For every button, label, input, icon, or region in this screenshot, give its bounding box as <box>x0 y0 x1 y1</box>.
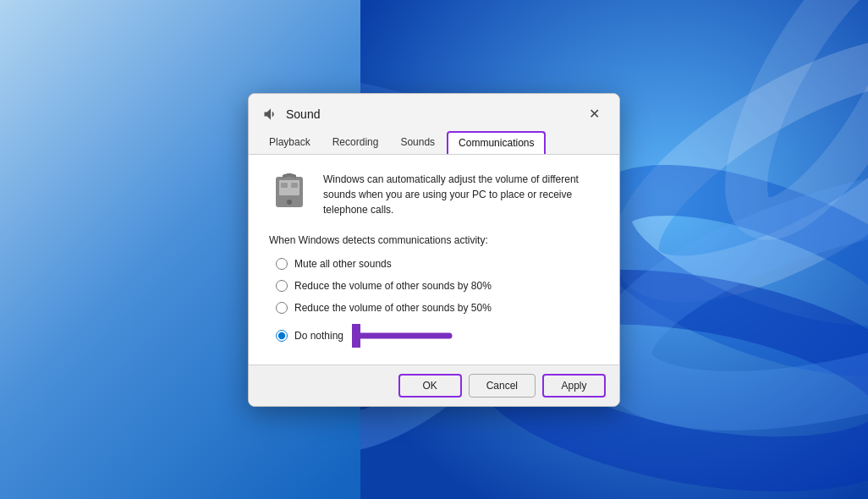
radio-item-reduce80[interactable]: Reduce the volume of other sounds by 80% <box>276 280 599 292</box>
dialog-body: Windows can automatically adjust the vol… <box>249 155 619 365</box>
tabs-bar: Playback Recording Sounds Communications <box>249 126 619 155</box>
tab-recording[interactable]: Recording <box>322 131 389 154</box>
activity-label: When Windows detects communications acti… <box>269 234 599 246</box>
radio-item-reduce50[interactable]: Reduce the volume of other sounds by 50% <box>276 302 599 314</box>
radio-group: Mute all other sounds Reduce the volume … <box>269 258 599 348</box>
radio-nothing[interactable] <box>276 330 288 342</box>
radio-item-mute[interactable]: Mute all other sounds <box>276 258 599 270</box>
svg-rect-12 <box>291 183 298 188</box>
radio-mute[interactable] <box>276 258 288 270</box>
tab-communications[interactable]: Communications <box>447 131 546 154</box>
apply-button[interactable]: Apply <box>542 374 606 398</box>
svg-point-10 <box>287 200 292 205</box>
cancel-button[interactable]: Cancel <box>469 374 536 398</box>
info-description: Windows can automatically adjust the vol… <box>323 172 599 217</box>
close-button[interactable]: ✕ <box>582 102 606 126</box>
dialog-title-area: Sound <box>262 106 320 123</box>
radio-reduce50[interactable] <box>276 302 288 314</box>
radio-mute-label: Mute all other sounds <box>294 258 392 270</box>
ok-button[interactable]: OK <box>398 374 462 398</box>
dialog-title: Sound <box>286 107 320 121</box>
tab-sounds[interactable]: Sounds <box>390 131 445 154</box>
info-section: Windows can automatically adjust the vol… <box>269 172 599 217</box>
annotation-arrow <box>352 324 453 348</box>
sound-dialog: Sound ✕ Playback Recording Sounds Commun… <box>248 93 620 407</box>
telephone-icon <box>269 172 310 212</box>
tab-playback[interactable]: Playback <box>259 131 321 154</box>
radio-item-nothing[interactable]: Do nothing <box>276 330 343 342</box>
radio-reduce80-label: Reduce the volume of other sounds by 80% <box>294 280 492 292</box>
radio-reduce50-label: Reduce the volume of other sounds by 50% <box>294 302 492 314</box>
sound-titlebar-icon <box>262 106 279 123</box>
dialog-titlebar: Sound ✕ <box>249 94 619 126</box>
radio-reduce80[interactable] <box>276 280 288 292</box>
radio-nothing-label: Do nothing <box>294 330 343 342</box>
dialog-overlay: Sound ✕ Playback Recording Sounds Commun… <box>0 0 868 499</box>
svg-rect-11 <box>281 183 288 188</box>
dialog-footer: OK Cancel Apply <box>249 365 619 406</box>
